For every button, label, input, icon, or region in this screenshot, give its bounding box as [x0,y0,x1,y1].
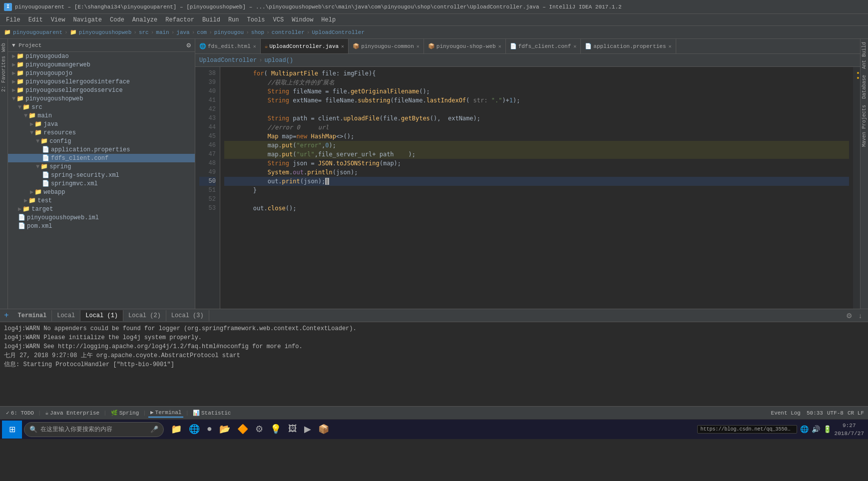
tree-src[interactable]: ▼ 📁 src [8,103,195,111]
code-content[interactable]: for( MultipartFile file: imgFile){ //获取上… [220,67,853,309]
bc-controller[interactable]: controller [272,29,305,35]
tab-local-3[interactable]: Local (3) [166,310,209,321]
tree-config[interactable]: ▼ 📁 config [8,137,195,145]
bc-main[interactable]: main [156,29,169,35]
status-statistic[interactable]: 📊 Statistic [191,409,233,417]
tab-close-icon[interactable]: ✕ [341,43,344,49]
taskbar-chrome[interactable]: 🌐 [186,421,203,439]
status-linesep[interactable]: CR LF [848,410,864,416]
tree-target[interactable]: ▶ 📁 target [8,205,195,213]
taskbar-clock[interactable]: 9:27 2018/7/27 [835,422,864,438]
menu-build[interactable]: Build [198,15,224,24]
taskbar-player[interactable]: ▶ [301,421,314,439]
tree-java[interactable]: ▶ 📁 java [8,120,195,128]
start-button[interactable]: ⊞ [2,421,22,439]
tab-close-icon[interactable]: ✕ [573,43,576,49]
menu-window[interactable]: Window [288,15,317,24]
tree-resources[interactable]: ▼ 📁 resources [8,128,195,137]
taskbar-app4[interactable]: 💡 [267,421,284,439]
taskbar-app5[interactable]: 🖼 [285,421,300,439]
tab-local-2[interactable]: Local (2) [123,310,166,321]
tree-springmvc[interactable]: 📄 springmvc.xml [8,179,195,188]
taskbar-app2[interactable]: 🔶 [234,421,251,439]
bc-com[interactable]: com [197,29,207,35]
menu-help[interactable]: Help [317,15,340,24]
status-java-enterprise[interactable]: ☕ Java Enterprise [43,409,101,417]
bc-shopweb[interactable]: pinyougoushopweb [79,29,132,35]
tab-common[interactable]: 📦 pinyougou-common ✕ [349,39,424,53]
menu-vcs[interactable]: VCS [269,15,288,24]
bc-pinyougou[interactable]: pinyougou [214,29,244,35]
menu-tools[interactable]: Tools [243,15,269,24]
tab-fds-edit[interactable]: 🌐 fds_edit.html ✕ [195,39,261,53]
tree-spring[interactable]: ▼ 📁 spring [8,162,195,171]
code-bc-class[interactable]: UploadController [199,57,257,64]
tab-close-icon[interactable]: ✕ [498,43,501,49]
status-spring[interactable]: 🌿 Spring [109,409,141,417]
tab-close-icon[interactable]: ✕ [417,43,420,49]
tab-local-1[interactable]: Local (1) [80,310,123,321]
terminal-add-button[interactable]: + [0,311,13,320]
tree-spring-security[interactable]: 📄 spring-security.xml [8,171,195,179]
tree-pinyougoumangerweb[interactable]: ▶ 📁 pinyougoumangerweb [8,60,195,69]
code-editor[interactable]: 38 39 40 41 42 43 44 45 46 47 48 49 50 5… [195,67,860,309]
ant-build-tab[interactable]: Ant Build [861,39,868,72]
tree-test[interactable]: ▶ 📁 test [8,196,195,205]
maven-tab[interactable]: Maven Projects [861,102,868,150]
menu-run[interactable]: Run [224,15,243,24]
favorites-panel-tab[interactable]: 2: Favorites [0,54,7,94]
bc-uploadcontroller[interactable]: UploadController [312,29,365,35]
taskbar-app6[interactable]: 📦 [315,421,332,439]
tree-fdfs-client-conf[interactable]: 📄 fdfs_client.conf [8,154,195,162]
taskbar-search-box[interactable]: 🔍 在这里输入你要搜索的内容 🎤 [24,422,164,437]
battery-icon[interactable]: 🔋 [823,425,832,434]
tree-main[interactable]: ▼ 📁 main [8,111,195,120]
tab-local[interactable]: Local [52,310,80,321]
tab-uploadcontroller[interactable]: ☕ UploadController.java ✕ [261,39,349,53]
code-line-40: String fileName = file.getOriginalFilena… [224,87,849,96]
tree-shopweb-iml[interactable]: 📄 pinyougoushopweb.iml [8,213,195,222]
menu-edit[interactable]: Edit [24,15,47,24]
tab-close-icon[interactable]: ✕ [253,43,256,49]
database-tab[interactable]: Database [861,72,868,102]
menu-view[interactable]: View [47,15,69,24]
tab-fdfs-conf[interactable]: 📄 fdfs_client.conf ✕ [506,39,581,53]
code-bc-method[interactable]: upload() [264,57,293,64]
tree-application-properties[interactable]: 📄 application.properties [8,145,195,154]
status-encoding[interactable]: UTF-8 [827,410,844,416]
volume-icon[interactable]: 🔊 [812,425,820,434]
taskbar-file-explorer[interactable]: 📁 [168,421,185,439]
menu-analyze[interactable]: Analyze [128,15,161,24]
tree-pinyougoupojo[interactable]: ▶ 📁 pinyougoupojo [8,69,195,77]
sidebar-settings-icon[interactable]: ⚙ [187,41,191,49]
tab-shopweb[interactable]: 📦 pinyougou-shop-web ✕ [424,39,506,53]
tree-sellergoodsservice[interactable]: ▶ 📁 pinyougousellergoodsservice [8,86,195,94]
menu-refactor[interactable]: Refactor [161,15,198,24]
status-event-log[interactable]: Event Log [769,409,803,417]
status-terminal[interactable]: ▶ Terminal [148,408,183,418]
status-todo[interactable]: ✓ 6: TODO [4,409,36,417]
tree-webapp[interactable]: ▶ 📁 webapp [8,188,195,196]
network-icon[interactable]: 🌐 [800,425,809,434]
bc-src[interactable]: src [139,29,149,35]
menu-navigate[interactable]: Navigate [69,15,106,24]
menu-file[interactable]: File [2,15,24,24]
bc-java[interactable]: java [176,29,189,35]
terminal-close-button[interactable]: ↓ [857,311,864,321]
status-java-label: Java Enterprise [50,410,99,416]
tree-pom-xml[interactable]: 📄 pom.xml [8,222,195,230]
tree-shopweb[interactable]: ▼ 📁 pinyougoushopweb [8,94,195,103]
tab-close-icon[interactable]: ✕ [669,43,672,49]
tree-pinyougoudao[interactable]: ▶ 📁 pinyougoudao [8,52,195,60]
taskbar-app3[interactable]: ⚙ [252,421,266,439]
terminal-content[interactable]: log4j:WARN No appenders could be found f… [0,322,868,406]
web-panel-tab[interactable]: Web [0,41,7,54]
bc-pinyougouparent[interactable]: pinyougouparent [13,29,62,35]
tree-sellergoodsinterface[interactable]: ▶ 📁 pinyougousellergoodsinterface [8,77,195,86]
taskbar-app1[interactable]: 📂 [216,421,233,439]
bc-shop[interactable]: shop [251,29,264,35]
terminal-settings-button[interactable]: ⚙ [844,311,855,321]
taskbar-media[interactable]: ● [204,421,215,439]
tab-app-properties[interactable]: 📄 application.properties ✕ [581,39,676,53]
menu-code[interactable]: Code [106,15,128,24]
